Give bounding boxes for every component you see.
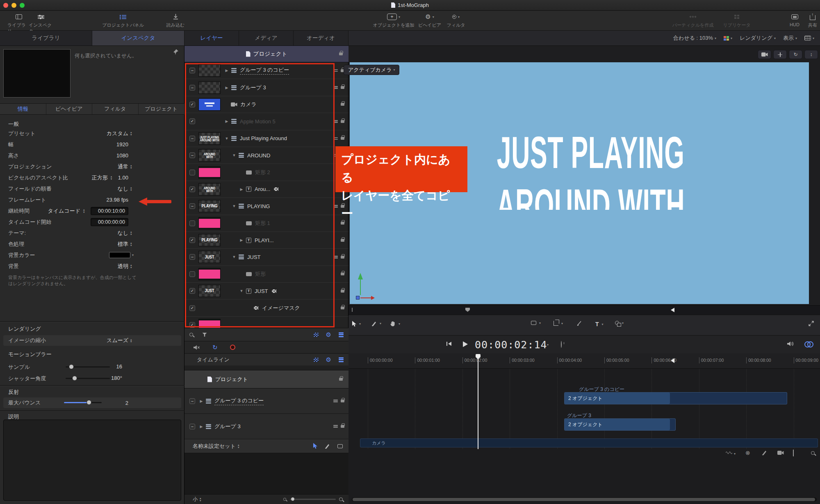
- audio-waveform-toggle-icon[interactable]: ▾: [726, 450, 736, 456]
- mask-visibility-icon[interactable]: [314, 333, 319, 337]
- behaviors-button[interactable]: ⚙▾ビヘイビア: [415, 13, 444, 28]
- fullscreen-icon[interactable]: [809, 321, 814, 326]
- y-axis-handle[interactable]: [358, 273, 363, 279]
- origin-handle[interactable]: [356, 296, 360, 300]
- filmstrip-icon[interactable]: [793, 450, 794, 456]
- timeline-group-bar[interactable]: 2 オブジェクト: [564, 392, 787, 404]
- filters-toggle-icon[interactable]: [339, 332, 344, 337]
- stepper-control[interactable]: ▴▾: [130, 131, 134, 136]
- activation-checkbox[interactable]: ✓: [189, 118, 195, 124]
- timeline-layer-row[interactable]: –▶グループ 3: [184, 414, 348, 439]
- lock-icon[interactable]: [341, 306, 344, 309]
- timecode-input[interactable]: 00:00:10:00: [91, 207, 128, 215]
- view-menu[interactable]: 表示▾: [783, 34, 797, 42]
- play-button[interactable]: [462, 341, 468, 348]
- rectangle-tool[interactable]: ▾: [531, 321, 541, 325]
- activation-checkbox[interactable]: [189, 220, 195, 226]
- loop-playback-icon[interactable]: ↻: [212, 344, 218, 351]
- behaviors-toggle-icon[interactable]: ⚙: [326, 356, 331, 363]
- camera-icon[interactable]: [777, 450, 784, 456]
- pan-view-button[interactable]: [773, 50, 787, 59]
- disclosure-triangle[interactable]: ▶: [198, 399, 204, 403]
- make-particles-button[interactable]: パーティクルを作成: [668, 13, 718, 28]
- stepper-control[interactable]: ▴▾: [130, 186, 134, 191]
- disclosure-triangle[interactable]: ▶: [239, 187, 244, 191]
- timecode-input[interactable]: 00:00:00:00: [91, 218, 128, 226]
- layer-row[interactable]: ✓AROUNDWITH▶TArou...: [184, 181, 348, 198]
- shutter-slider[interactable]: [66, 378, 110, 379]
- layer-rows-icon[interactable]: [333, 256, 338, 259]
- property-mid-value[interactable]: タイムコード: [48, 207, 80, 215]
- bezier-tool[interactable]: ▾: [371, 321, 381, 326]
- timeline-ruler[interactable]: 00:00:00:0000:00:01:0000:00:02:0000:00:0…: [348, 353, 820, 369]
- disclosure-triangle[interactable]: ▶: [198, 425, 204, 429]
- timecode-menu-chevron[interactable]: ▾: [547, 343, 549, 347]
- timeline-project-row[interactable]: プロジェクト: [184, 370, 348, 388]
- playhead-line[interactable]: [478, 354, 478, 449]
- layer-row[interactable]: 矩形 1: [184, 215, 348, 232]
- clear-icon[interactable]: ⊗: [745, 450, 750, 456]
- layer-rows-icon[interactable]: [333, 120, 338, 123]
- inspector-tab-ビヘイビア[interactable]: ビヘイビア: [46, 104, 93, 114]
- lock-icon[interactable]: [339, 378, 343, 381]
- text-tool[interactable]: T▾: [595, 321, 604, 327]
- tab-media[interactable]: メディア: [239, 31, 294, 45]
- disclosure-triangle[interactable]: ▶: [224, 86, 230, 90]
- layer-row[interactable]: 矩形 2: [184, 164, 348, 181]
- zoom-level-menu[interactable]: 合わせる : 103%▾: [673, 34, 716, 42]
- tab-library[interactable]: ライブラリ: [0, 31, 92, 45]
- layer-rows-icon[interactable]: [333, 205, 338, 208]
- property-value[interactable]: なし: [117, 185, 128, 193]
- mini-playhead-marker[interactable]: [465, 308, 470, 312]
- lock-icon[interactable]: [339, 52, 343, 55]
- activation-checkbox[interactable]: [189, 170, 195, 175]
- layer-row[interactable]: –▶グループ 3 のコピー: [184, 62, 348, 79]
- disclosure-triangle[interactable]: ▶: [224, 119, 230, 123]
- layer-row[interactable]: –PLAYING▼PLAYING: [184, 198, 348, 215]
- layer-row[interactable]: –AROUNDWITH▼AROUND: [184, 147, 348, 164]
- timeline-zoom-slider[interactable]: [290, 499, 336, 500]
- orbit-view-button[interactable]: ↻: [789, 50, 802, 59]
- mask-link-icon[interactable]: [271, 289, 277, 293]
- layout-grid-button[interactable]: ▾: [804, 36, 814, 41]
- stepper-control[interactable]: ▴▾: [111, 175, 114, 180]
- current-timecode[interactable]: 00:00:02:14: [475, 339, 547, 351]
- layer-row[interactable]: ✓カメラ: [184, 96, 348, 113]
- stepper-control[interactable]: ▴▾: [130, 164, 134, 169]
- mute-icon[interactable]: [194, 345, 200, 350]
- timeline-camera-bar[interactable]: カメラ: [360, 438, 818, 447]
- project-duration-icon[interactable]: [561, 341, 562, 347]
- minimize-window-button[interactable]: [11, 3, 16, 8]
- layer-row[interactable]: ✓JUST▼TJUST: [184, 283, 348, 300]
- camera-view-button[interactable]: [758, 50, 771, 59]
- stepper-control[interactable]: ▴▾: [130, 242, 134, 246]
- play-range-end-marker[interactable]: [671, 308, 674, 312]
- replicator-button[interactable]: リプリケータ: [718, 13, 755, 28]
- disclosure-triangle[interactable]: ▼: [224, 136, 230, 141]
- property-value[interactable]: 通常: [118, 163, 128, 170]
- lock-icon[interactable]: [341, 120, 344, 123]
- activation-checkbox[interactable]: –: [189, 424, 195, 429]
- disclosure-triangle[interactable]: ▼: [239, 289, 244, 293]
- stepper-control[interactable]: ▴▾: [238, 444, 241, 448]
- disclosure-triangle[interactable]: ▼: [231, 204, 237, 208]
- activation-checkbox[interactable]: –: [189, 398, 195, 404]
- activation-checkbox[interactable]: ✓: [189, 237, 195, 243]
- layer-row[interactable]: –JUST▼JUST: [184, 249, 348, 266]
- stepper-control[interactable]: ▴▾: [200, 497, 203, 502]
- behaviors-toggle-icon[interactable]: ⚙: [326, 331, 331, 338]
- lock-icon[interactable]: [341, 425, 344, 428]
- image-scale-value[interactable]: スムーズ: [107, 337, 128, 344]
- layer-row[interactable]: ✓▶Apple Motion 5: [184, 113, 348, 130]
- description-textarea[interactable]: [3, 420, 181, 501]
- tab-layers[interactable]: レイヤー: [184, 31, 239, 45]
- layer-row[interactable]: ✓イメージマスク: [184, 300, 348, 316]
- disclosure-triangle[interactable]: ▶: [239, 238, 244, 242]
- share-button[interactable]: 共有: [804, 13, 820, 28]
- hud-button[interactable]: HUD: [786, 13, 804, 27]
- property-value[interactable]: 標準: [118, 241, 128, 248]
- close-window-button[interactable]: [3, 3, 8, 8]
- select-tool[interactable]: ▾: [352, 321, 361, 327]
- color-channels-menu[interactable]: ▾: [724, 36, 732, 41]
- layer-row[interactable]: ✓PLAYING▶TPLAYI...: [184, 232, 348, 249]
